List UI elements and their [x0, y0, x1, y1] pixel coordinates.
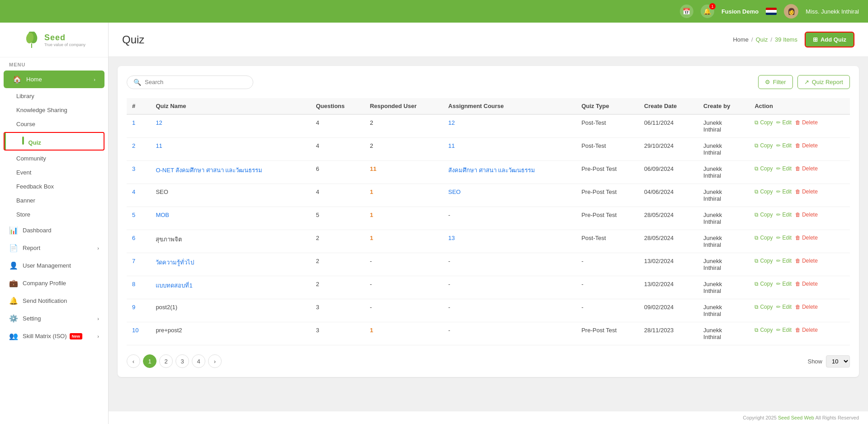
sidebar-item-store[interactable]: Store: [0, 207, 108, 221]
copy-button[interactable]: ⧉ Copy: [754, 212, 773, 218]
copy-button[interactable]: ⧉ Copy: [754, 258, 773, 264]
quiz-name-link[interactable]: วัดความรู้ทั่วไป: [156, 259, 194, 266]
cell-name: วัดความรู้ทั่วไป: [150, 253, 310, 276]
edit-icon: ✏: [776, 119, 781, 126]
delete-button[interactable]: 🗑 Delete: [795, 235, 818, 241]
sidebar-item-skill-matrix[interactable]: 👥 Skill Matrix (ISO) New ›: [0, 327, 108, 345]
sidebar-item-library[interactable]: Library: [0, 89, 108, 103]
copy-icon: ⧉: [754, 188, 759, 195]
delete-button[interactable]: 🗑 Delete: [795, 281, 818, 287]
quiz-name-link[interactable]: O-NET สังคมศึกษา ศาสนา และวัฒนธรรม: [156, 167, 262, 174]
copy-button[interactable]: ⧉ Copy: [754, 304, 773, 310]
table-row: 2 11 4 2 11 Post-Test 29/10/2024 Junekk …: [127, 138, 850, 161]
edit-button[interactable]: ✏ Edit: [776, 235, 792, 241]
cell-created-by: Junekk Inthiral: [698, 138, 749, 161]
toolbar: 🔍 ⚙ Filter ↗ Quiz Report: [127, 75, 850, 89]
sidebar-item-report[interactable]: 📄 Report ›: [0, 239, 108, 257]
edit-button[interactable]: ✏ Edit: [776, 142, 792, 149]
assignment-link[interactable]: 12: [448, 119, 455, 126]
quiz-name-link[interactable]: แบบทดสอบที่1: [156, 282, 192, 289]
user-avatar[interactable]: 👩: [784, 4, 798, 19]
delete-button[interactable]: 🗑 Delete: [795, 327, 818, 333]
cell-responded: -: [365, 299, 443, 322]
copy-button[interactable]: ⧉ Copy: [754, 188, 773, 195]
delete-button[interactable]: 🗑 Delete: [795, 165, 818, 172]
quiz-name-link[interactable]: 11: [156, 142, 162, 149]
edit-button[interactable]: ✏ Edit: [776, 188, 792, 195]
copy-button[interactable]: ⧉ Copy: [754, 327, 773, 333]
filter-button[interactable]: ⚙ Filter: [758, 75, 793, 89]
quiz-report-button[interactable]: ↗ Quiz Report: [797, 75, 850, 89]
sidebar-item-setting[interactable]: ⚙️ Setting ›: [0, 310, 108, 327]
show-count-select[interactable]: 10 25 50: [826, 355, 850, 367]
prev-page-button[interactable]: ‹: [127, 354, 140, 368]
delete-button[interactable]: 🗑 Delete: [795, 119, 818, 126]
assignment-link[interactable]: SEO: [448, 188, 460, 195]
sidebar-item-event[interactable]: Event: [0, 165, 108, 179]
logo-icon: [23, 32, 41, 48]
trash-icon: 🗑: [795, 235, 801, 241]
add-quiz-button[interactable]: ⊞ Add Quiz: [805, 32, 854, 47]
delete-button[interactable]: 🗑 Delete: [795, 188, 818, 195]
sidebar-item-quiz[interactable]: Quiz: [5, 133, 104, 150]
copy-button[interactable]: ⧉ Copy: [754, 235, 773, 241]
footer: Copyright 2025 Seed Seed Web All Rights …: [109, 411, 868, 424]
sidebar-item-knowledge-sharing[interactable]: Knowledge Sharing: [0, 103, 108, 117]
breadcrumb-home[interactable]: Home: [733, 36, 749, 43]
copy-icon: ⧉: [754, 327, 759, 333]
assignment-link[interactable]: สังคมศึกษา ศาสนา และวัฒนธรรม: [448, 167, 535, 174]
edit-button[interactable]: ✏ Edit: [776, 327, 792, 333]
search-input[interactable]: [145, 79, 247, 85]
assignment-link[interactable]: 13: [448, 235, 455, 241]
page-1-button[interactable]: 1: [143, 354, 157, 368]
edit-icon: ✏: [776, 327, 781, 333]
sidebar-item-banner[interactable]: Banner: [0, 193, 108, 207]
delete-button[interactable]: 🗑 Delete: [795, 304, 818, 310]
cell-type: Post-Test: [576, 114, 639, 138]
pagination: ‹ 1 2 3 4 › Show 10 25 50: [127, 354, 850, 368]
edit-button[interactable]: ✏ Edit: [776, 281, 792, 287]
edit-button[interactable]: ✏ Edit: [776, 258, 792, 264]
edit-button[interactable]: ✏ Edit: [776, 119, 792, 126]
cell-name: สุขภาพจิต: [150, 230, 310, 253]
show-label: Show: [807, 358, 822, 365]
trash-icon: 🗑: [795, 327, 801, 333]
sidebar-item-community[interactable]: Community: [0, 151, 108, 165]
dashboard-icon: 📊: [9, 226, 18, 235]
notification-icon[interactable]: 🔔 1: [701, 5, 714, 18]
sidebar-item-course[interactable]: Course: [0, 117, 108, 131]
sidebar-item-send-notification[interactable]: 🔔 Send Notification: [0, 292, 108, 310]
breadcrumb-separator-2: /: [770, 36, 772, 43]
sidebar-item-home[interactable]: 🏠 Home ›: [4, 71, 104, 88]
cell-assignment: 13: [443, 230, 576, 253]
sidebar-item-dashboard[interactable]: 📊 Dashboard: [0, 221, 108, 239]
assignment-link[interactable]: 11: [448, 142, 455, 149]
sidebar-item-feedback-box[interactable]: Feedback Box: [0, 179, 108, 193]
language-flag[interactable]: [766, 8, 777, 15]
copy-button[interactable]: ⧉ Copy: [754, 281, 773, 287]
delete-button[interactable]: 🗑 Delete: [795, 258, 818, 264]
edit-button[interactable]: ✏ Edit: [776, 212, 792, 218]
copy-button[interactable]: ⧉ Copy: [754, 165, 773, 172]
quiz-name-link[interactable]: MOB: [156, 212, 169, 218]
cell-action: ⧉ Copy ✏ Edit 🗑 Delete: [749, 299, 850, 322]
home-arrow-icon: ›: [94, 77, 95, 82]
delete-button[interactable]: 🗑 Delete: [795, 212, 818, 218]
edit-button[interactable]: ✏ Edit: [776, 165, 792, 172]
copy-button[interactable]: ⧉ Copy: [754, 142, 773, 149]
delete-button[interactable]: 🗑 Delete: [795, 142, 818, 149]
next-page-button[interactable]: ›: [208, 354, 222, 368]
edit-button[interactable]: ✏ Edit: [776, 304, 792, 310]
page-3-button[interactable]: 3: [175, 354, 189, 368]
copy-button[interactable]: ⧉ Copy: [754, 119, 773, 126]
trash-icon: 🗑: [795, 188, 801, 195]
trash-icon: 🗑: [795, 142, 801, 149]
sidebar-item-user-management[interactable]: 👤 User Management: [0, 257, 108, 274]
cell-created-by: Junekk Inthiral: [698, 184, 749, 207]
quiz-name-link[interactable]: 12: [156, 119, 162, 126]
calendar-icon[interactable]: 📅: [680, 5, 693, 18]
breadcrumb-quiz[interactable]: Quiz: [756, 36, 768, 43]
sidebar-item-company-profile[interactable]: 💼 Company Profile: [0, 274, 108, 292]
page-4-button[interactable]: 4: [192, 354, 205, 368]
page-2-button[interactable]: 2: [159, 354, 173, 368]
